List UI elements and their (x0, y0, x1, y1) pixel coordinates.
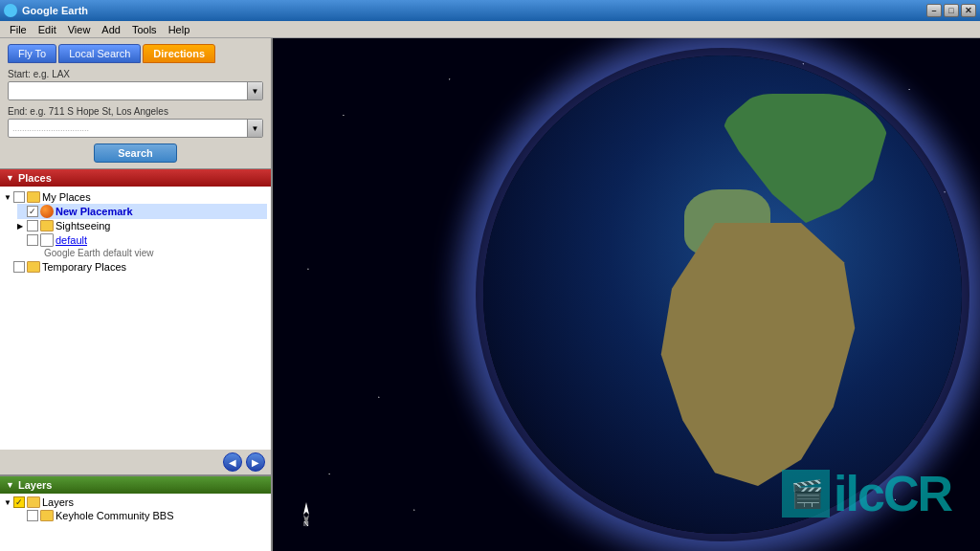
expand-arrow-icon: ▼ (4, 193, 11, 202)
search-section: Fly To Local Search Directions Start: e.… (0, 38, 271, 168)
list-item[interactable]: ✓ New Placemark (17, 204, 267, 219)
expand-arrow-icon: ▼ (4, 498, 11, 507)
checkbox-my-places[interactable] (13, 191, 25, 203)
item-label: Sightseeing (56, 220, 111, 231)
main-layout: Fly To Local Search Directions Start: e.… (0, 38, 980, 551)
watermark-icon: 🎬 (782, 470, 830, 518)
checkbox-new-placemark[interactable]: ✓ (27, 206, 38, 217)
default-placemark-icon (40, 233, 54, 247)
checkbox-temp-places[interactable] (13, 261, 25, 273)
item-label: Keyhole Community BBS (56, 510, 174, 521)
menu-file[interactable]: File (4, 23, 33, 36)
tab-fly-to[interactable]: Fly To (8, 44, 56, 63)
checkbox-layers[interactable]: ✓ (13, 496, 25, 508)
tab-local-search[interactable]: Local Search (58, 44, 141, 63)
globe (483, 55, 962, 534)
folder-icon (27, 496, 40, 508)
globe-area[interactable]: 🎬 ilcCR N (273, 38, 980, 551)
placemark-icon (40, 205, 54, 218)
menu-edit[interactable]: Edit (33, 23, 62, 36)
menu-help[interactable]: Help (163, 23, 196, 36)
maximize-button[interactable]: □ (944, 4, 959, 17)
places-tree: ▼ My Places ✓ New Placemark ▶ (0, 187, 271, 450)
menubar: File Edit View Add Tools Help (0, 21, 980, 38)
folder-icon (27, 261, 40, 273)
tab-directions[interactable]: Directions (143, 44, 215, 63)
checkbox-default[interactable] (27, 234, 38, 246)
menu-add[interactable]: Add (96, 23, 126, 36)
item-label: default (56, 234, 87, 246)
checkbox-keyhole[interactable] (27, 510, 38, 521)
places-collapse-icon: ▼ (6, 173, 14, 183)
list-item[interactable]: default (17, 232, 267, 248)
item-label: Temporary Places (42, 261, 126, 273)
layers-section: ▼ Layers ▼ ✓ Layers Keyhole Community BB… (0, 474, 271, 551)
list-item[interactable]: Keyhole Community BBS (17, 509, 267, 522)
menu-tools[interactable]: Tools (126, 23, 163, 36)
end-input[interactable] (9, 123, 247, 133)
checkbox-sightseeing[interactable] (27, 220, 38, 231)
end-input-row: ▼ (8, 119, 263, 138)
window-title: Google Earth (22, 5, 926, 16)
item-label: Layers (42, 496, 74, 508)
list-item[interactable]: ▼ ✓ Layers (4, 496, 267, 509)
compass: N (292, 500, 321, 532)
folder-icon (40, 510, 54, 521)
list-item[interactable]: ▶ Sightseeing (17, 219, 267, 232)
list-item[interactable]: Temporary Places (4, 260, 267, 274)
search-button-row: Search (8, 143, 263, 163)
item-sublabel: Google Earth default view (44, 248, 267, 258)
watermark: 🎬 ilcCR (782, 465, 951, 522)
places-title: Places (18, 172, 52, 184)
layers-header[interactable]: ▼ Layers (0, 476, 271, 494)
left-panel: Fly To Local Search Directions Start: e.… (0, 38, 273, 551)
layers-collapse-icon: ▼ (6, 480, 14, 490)
close-button[interactable]: ✕ (961, 4, 976, 17)
layers-title: Layers (18, 479, 52, 491)
places-header[interactable]: ▼ Places (0, 169, 271, 187)
minimize-button[interactable]: – (926, 4, 942, 17)
next-button[interactable]: ▶ (246, 452, 265, 472)
list-item[interactable]: ▼ My Places (4, 190, 267, 204)
places-section: ▼ Places ▼ My Places ✓ New Placemark (0, 168, 271, 474)
nav-buttons: ◀ ▶ (0, 450, 271, 474)
app-icon (4, 4, 17, 17)
watermark-text: ilcCR (834, 465, 951, 522)
end-label: End: e.g. 711 S Hope St, Los Angeles (8, 106, 263, 117)
menu-view[interactable]: View (62, 23, 97, 36)
end-dropdown-arrow[interactable]: ▼ (247, 120, 262, 137)
tab-bar: Fly To Local Search Directions (8, 44, 263, 63)
expand-arrow-icon: ▶ (17, 222, 25, 231)
search-button[interactable]: Search (94, 143, 177, 163)
layers-tree: ▼ ✓ Layers Keyhole Community BBS (0, 494, 271, 551)
titlebar: Google Earth – □ ✕ (0, 0, 980, 21)
window-controls: – □ ✕ (926, 4, 976, 17)
globe-container (483, 55, 962, 534)
start-input[interactable] (9, 85, 247, 97)
folder-icon (40, 220, 54, 231)
start-dropdown-arrow[interactable]: ▼ (247, 82, 262, 99)
svg-marker-0 (303, 502, 309, 515)
start-label: Start: e.g. LAX (8, 69, 263, 79)
svg-text:N: N (303, 519, 309, 528)
item-label: My Places (42, 191, 91, 203)
prev-button[interactable]: ◀ (223, 452, 242, 472)
item-label: New Placemark (56, 206, 133, 217)
folder-icon (27, 191, 40, 203)
start-input-row: ▼ (8, 81, 263, 100)
